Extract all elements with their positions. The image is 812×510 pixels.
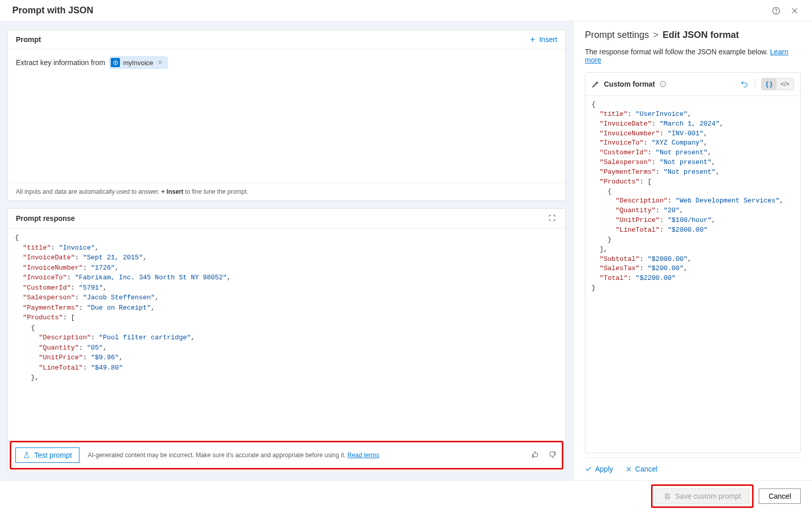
- breadcrumb-current: Edit JSON format: [663, 30, 739, 40]
- edit-icon: [592, 80, 600, 88]
- left-column: Prompt Insert Extract key information fr…: [0, 22, 573, 480]
- insert-button[interactable]: Insert: [529, 35, 557, 44]
- ai-disclaimer: AI-generated content may be incorrect. M…: [88, 452, 523, 459]
- thumbs-down-icon[interactable]: [549, 451, 558, 460]
- plus-icon: [529, 36, 536, 43]
- test-prompt-button[interactable]: Test prompt: [15, 447, 79, 463]
- save-button-highlighted: Save custom prompt: [651, 484, 754, 508]
- read-terms-link[interactable]: Read terms: [348, 452, 379, 459]
- x-icon: [625, 466, 632, 473]
- chip-label: myInvoice: [123, 59, 153, 67]
- undo-icon[interactable]: [740, 79, 748, 89]
- breadcrumb-root[interactable]: Prompt settings: [585, 30, 649, 40]
- dialog-title: Prompt with JSON: [12, 5, 93, 16]
- save-custom-prompt-button[interactable]: Save custom prompt: [655, 488, 749, 504]
- close-icon[interactable]: [789, 6, 800, 16]
- input-chip-myinvoice[interactable]: myInvoice: [109, 56, 168, 69]
- info-icon[interactable]: [659, 80, 666, 88]
- custom-format-box: Custom format { } </> { "title": "UserIn…: [585, 72, 801, 453]
- dialog-footer: Save custom prompt Cancel: [0, 480, 812, 510]
- check-icon: [585, 465, 592, 473]
- custom-format-editor[interactable]: { "title": "UserInvoice", "InvoiceDate":…: [585, 96, 800, 453]
- settings-description: The response format will follow the JSON…: [585, 48, 801, 64]
- prompt-panel: Prompt Insert Extract key information fr…: [7, 30, 566, 201]
- document-icon: [111, 58, 120, 67]
- help-icon[interactable]: [771, 6, 781, 16]
- response-json-output: { "title": "Invoice", "InvoiceDate": "Se…: [8, 229, 565, 439]
- val-title: "Invoice": [59, 244, 95, 252]
- response-panel-title: Prompt response: [16, 214, 75, 222]
- response-footer-highlighted: Test prompt AI-generated content may be …: [10, 441, 563, 470]
- settings-panel: Prompt settings > Edit JSON format The r…: [573, 22, 812, 480]
- settings-actions: Apply Cancel: [585, 457, 801, 480]
- breadcrumb: Prompt settings > Edit JSON format: [585, 30, 801, 40]
- cancel-button[interactable]: Cancel: [759, 488, 801, 504]
- thumbs-up-icon[interactable]: [531, 451, 540, 460]
- apply-button[interactable]: Apply: [585, 465, 613, 473]
- format-label: Custom format: [604, 80, 655, 88]
- dialog-header: Prompt with JSON: [0, 0, 812, 22]
- prompt-hint: All inputs and data are automatically us…: [8, 182, 565, 200]
- save-icon: [664, 493, 671, 500]
- flask-icon: [23, 452, 30, 459]
- view-toggle[interactable]: { } </>: [761, 78, 794, 90]
- cancel-inline-button[interactable]: Cancel: [625, 465, 658, 473]
- expand-icon[interactable]: [548, 214, 557, 223]
- chip-remove-icon[interactable]: [156, 59, 164, 67]
- svg-point-1: [776, 12, 777, 13]
- prompt-input-area[interactable]: Extract key information from myInvoice: [8, 49, 565, 182]
- prompt-text: Extract key information from: [16, 58, 105, 67]
- json-view-icon[interactable]: { }: [762, 78, 777, 90]
- code-view-icon[interactable]: </>: [777, 78, 794, 90]
- prompt-panel-title: Prompt: [16, 35, 41, 44]
- response-panel: Prompt response { "title": "Invoice", "I…: [7, 208, 566, 472]
